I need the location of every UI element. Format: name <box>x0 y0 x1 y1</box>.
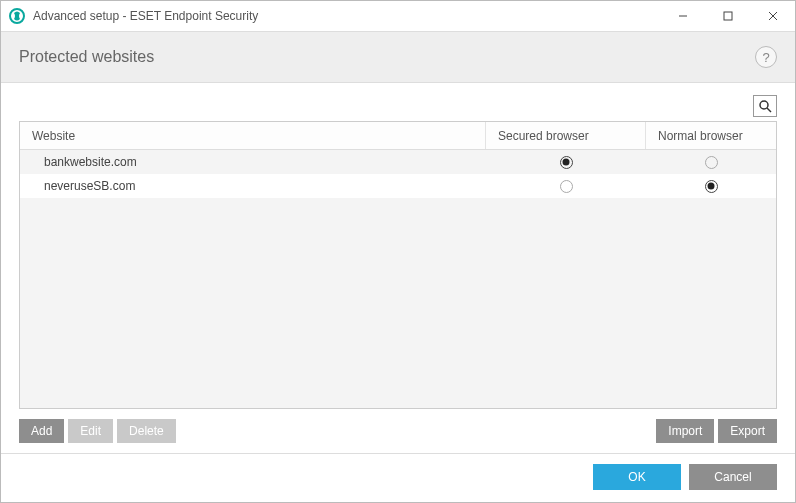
delete-button[interactable]: Delete <box>117 419 176 443</box>
table-header: Website Secured browser Normal browser <box>20 122 776 150</box>
import-button[interactable]: Import <box>656 419 714 443</box>
window-controls <box>660 1 795 31</box>
add-button[interactable]: Add <box>19 419 64 443</box>
radio-normal[interactable] <box>705 156 718 169</box>
column-header-secured[interactable]: Secured browser <box>486 122 646 149</box>
window-title: Advanced setup - ESET Endpoint Security <box>33 9 660 23</box>
cell-website: bankwebsite.com <box>20 150 486 174</box>
right-button-group: Import Export <box>656 419 777 443</box>
radio-secured[interactable] <box>560 180 573 193</box>
radio-secured[interactable] <box>560 156 573 169</box>
cell-secured <box>486 150 646 174</box>
action-row: Add Edit Delete Import Export <box>19 413 777 443</box>
minimize-button[interactable] <box>660 1 705 31</box>
footer: OK Cancel <box>1 453 795 502</box>
content-area: Website Secured browser Normal browser b… <box>1 83 795 453</box>
window: Advanced setup - ESET Endpoint Security … <box>0 0 796 503</box>
column-header-normal[interactable]: Normal browser <box>646 122 776 149</box>
page-header: Protected websites ? <box>1 31 795 83</box>
cancel-button[interactable]: Cancel <box>689 464 777 490</box>
svg-line-6 <box>767 108 771 112</box>
cell-normal <box>646 174 776 198</box>
cell-secured <box>486 174 646 198</box>
svg-point-5 <box>760 101 768 109</box>
radio-normal[interactable] <box>705 180 718 193</box>
table-row[interactable]: neveruseSB.com <box>20 174 776 198</box>
help-button[interactable]: ? <box>755 46 777 68</box>
left-button-group: Add Edit Delete <box>19 419 176 443</box>
table-row[interactable]: bankwebsite.com <box>20 150 776 174</box>
svg-rect-2 <box>724 12 732 20</box>
edit-button[interactable]: Edit <box>68 419 113 443</box>
titlebar: Advanced setup - ESET Endpoint Security <box>1 1 795 31</box>
search-button[interactable] <box>753 95 777 117</box>
table-body: bankwebsite.comneveruseSB.com <box>20 150 776 408</box>
column-header-website[interactable]: Website <box>20 122 486 149</box>
page-title: Protected websites <box>19 48 154 66</box>
help-icon: ? <box>762 50 769 65</box>
close-button[interactable] <box>750 1 795 31</box>
search-icon <box>758 99 772 113</box>
export-button[interactable]: Export <box>718 419 777 443</box>
ok-button[interactable]: OK <box>593 464 681 490</box>
websites-table: Website Secured browser Normal browser b… <box>19 121 777 409</box>
app-logo-icon <box>9 8 25 24</box>
cell-normal <box>646 150 776 174</box>
search-row <box>19 95 777 117</box>
cell-website: neveruseSB.com <box>20 174 486 198</box>
maximize-button[interactable] <box>705 1 750 31</box>
